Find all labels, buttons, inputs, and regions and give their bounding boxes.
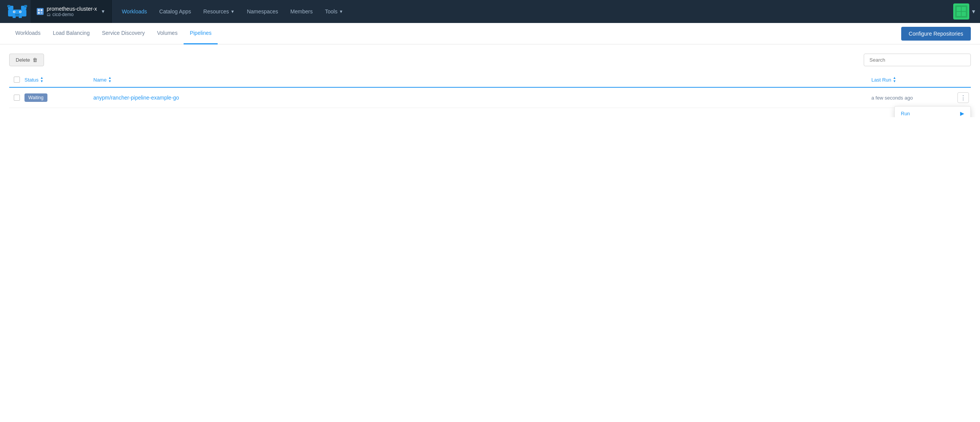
row-checkbox-cell <box>9 95 24 101</box>
svg-rect-6 <box>24 5 27 7</box>
table-row: Waiting anypm/rancher-pipeline-example-g… <box>9 88 971 108</box>
svg-point-9 <box>14 11 15 13</box>
row-status: Waiting <box>24 93 93 102</box>
project-name: 🗂 cicd-demo <box>47 12 97 17</box>
last-run-sort-arrows: ▲▼ <box>893 76 896 83</box>
project-icon: 🗂 <box>47 12 51 17</box>
nav-item-workloads[interactable]: Workloads <box>116 0 153 23</box>
nav-item-members[interactable]: Members <box>284 0 319 23</box>
tab-service-discovery[interactable]: Service Discovery <box>96 23 151 44</box>
row-checkbox[interactable] <box>14 95 20 101</box>
avatar-cell-1 <box>957 7 961 11</box>
cluster-selector[interactable]: prometheus-cluster-x 🗂 cicd-demo ▼ <box>31 0 112 23</box>
sub-nav-tabs: Workloads Load Balancing Service Discove… <box>9 23 218 44</box>
status-sort-arrows: ▲▼ <box>40 76 44 83</box>
header-name[interactable]: Name ▲▼ <box>93 76 871 83</box>
svg-rect-11 <box>15 14 20 16</box>
header-last-run[interactable]: Last Run ▲▼ <box>871 76 956 83</box>
select-all-checkbox[interactable] <box>14 77 20 83</box>
tools-dropdown-arrow: ▼ <box>339 9 343 14</box>
header-status[interactable]: Status ▲▼ <box>24 76 93 83</box>
nav-items: Workloads Catalog Apps Resources ▼ Names… <box>112 0 953 23</box>
nav-item-resources[interactable]: Resources ▼ <box>197 0 241 23</box>
svg-rect-15 <box>41 12 42 14</box>
tab-volumes[interactable]: Volumes <box>151 23 184 44</box>
cluster-name: prometheus-cluster-x <box>47 6 97 12</box>
avatar-cell-3 <box>957 12 961 16</box>
svg-rect-12 <box>38 9 40 11</box>
avatar-cell-4 <box>962 12 966 16</box>
row-name: anypm/rancher-pipeline-example-go <box>93 95 871 101</box>
tab-pipelines[interactable]: Pipelines <box>184 23 218 44</box>
tab-workloads[interactable]: Workloads <box>9 23 47 44</box>
top-nav: prometheus-cluster-x 🗂 cicd-demo ▼ Workl… <box>0 0 980 23</box>
table-header: Status ▲▼ Name ▲▼ Last Run ▲▼ <box>9 72 971 88</box>
row-last-run: a few seconds ago <box>871 95 956 101</box>
cluster-info: prometheus-cluster-x 🗂 cicd-demo <box>47 6 97 17</box>
tab-load-balancing[interactable]: Load Balancing <box>47 23 96 44</box>
configure-repositories-button[interactable]: Configure Repositories <box>901 27 971 41</box>
avatar-inner <box>955 5 967 18</box>
trash-icon: 🗑 <box>33 57 37 63</box>
context-menu: Run ▶ Edit Config ✏ View/Edit YAML 📋 Set… <box>894 106 971 117</box>
context-menu-run[interactable]: Run ▶ <box>895 106 970 117</box>
svg-rect-13 <box>41 9 42 11</box>
pipeline-link[interactable]: anypm/rancher-pipeline-example-go <box>93 95 179 101</box>
nav-item-tools[interactable]: Tools ▼ <box>319 0 349 23</box>
svg-point-10 <box>20 11 21 13</box>
more-actions-button[interactable]: ⋮ <box>957 92 969 103</box>
main-content: Delete 🗑 Status ▲▼ Name ▲▼ Last Run ▲▼ W… <box>0 44 980 117</box>
rancher-logo[interactable] <box>4 2 31 21</box>
status-badge: Waiting <box>24 93 47 102</box>
avatar-dropdown-arrow[interactable]: ▼ <box>971 8 976 15</box>
nav-right: ▼ <box>953 3 980 20</box>
nav-item-catalog-apps[interactable]: Catalog Apps <box>153 0 197 23</box>
name-sort-arrows: ▲▼ <box>108 76 112 83</box>
cluster-icon <box>37 8 44 15</box>
avatar-cell-2 <box>962 7 966 11</box>
nav-item-namespaces[interactable]: Namespaces <box>241 0 284 23</box>
select-all-cell <box>9 77 24 83</box>
delete-button[interactable]: Delete 🗑 <box>9 54 44 66</box>
svg-rect-14 <box>38 12 40 14</box>
user-avatar-button[interactable] <box>953 3 969 20</box>
svg-rect-5 <box>7 5 10 7</box>
toolbar: Delete 🗑 <box>9 54 971 66</box>
context-menu-cell: ⋮ Run ▶ Edit Config ✏ View/Edit YAML 📋 S… <box>956 92 971 103</box>
search-input[interactable] <box>864 54 971 66</box>
run-icon: ▶ <box>960 110 964 116</box>
sub-nav: Workloads Load Balancing Service Discove… <box>0 23 980 44</box>
resources-dropdown-arrow: ▼ <box>231 9 235 14</box>
cluster-dropdown-arrow: ▼ <box>101 9 106 14</box>
